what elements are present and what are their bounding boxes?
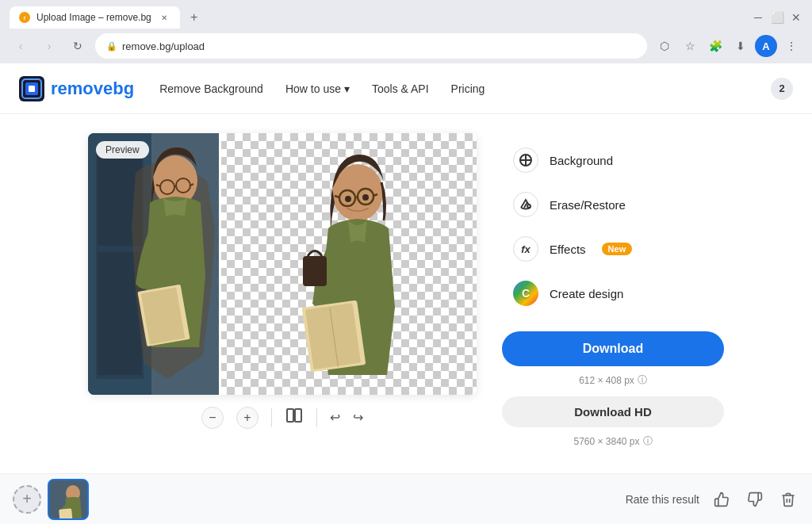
tab-favicon: r: [19, 12, 30, 23]
tab-close-button[interactable]: ✕: [158, 11, 170, 24]
add-image-button[interactable]: +: [13, 485, 41, 514]
svg-rect-23: [305, 303, 361, 369]
image-thumbnail[interactable]: [48, 479, 89, 520]
hd-info-icon: ⓘ: [643, 434, 653, 448]
original-image: [88, 133, 219, 395]
browser-chrome: r Upload Image – remove.bg ✕ + ─ ⬜ ✕ ‹ ›…: [0, 0, 812, 63]
window-controls: ─ ⬜ ✕: [752, 11, 802, 24]
svg-rect-5: [29, 86, 35, 92]
browser-tab[interactable]: r Upload Image – remove.bg ✕: [10, 6, 180, 29]
back-button[interactable]: ‹: [10, 35, 32, 57]
erase-restore-tool-label: Erase/Restore: [550, 198, 626, 212]
svg-point-33: [362, 194, 369, 201]
undo-button[interactable]: ↩: [330, 410, 340, 425]
controls-separator-2: [316, 408, 317, 427]
profile-button[interactable]: A: [755, 35, 777, 57]
transparent-image: [219, 141, 477, 395]
erase-restore-tool-item[interactable]: Erase/Restore: [502, 184, 724, 225]
main-content: Preview: [0, 114, 812, 473]
site-nav: removebg Remove Background How to use ▾ …: [0, 63, 812, 114]
page: removebg Remove Background How to use ▾ …: [0, 63, 812, 524]
nav-tools-api[interactable]: Tools & API: [372, 82, 429, 95]
background-tool-label: Background: [550, 154, 613, 167]
logo-icon: [19, 76, 44, 101]
download-hd-button[interactable]: Download HD: [502, 396, 724, 427]
zoom-out-button[interactable]: −: [201, 407, 224, 429]
download-manager-button[interactable]: ⬇: [730, 35, 752, 57]
svg-point-32: [345, 196, 351, 202]
background-tool-item[interactable]: Background: [502, 140, 724, 181]
right-panel: Background Erase/Restore fx: [502, 133, 724, 448]
controls-separator: [271, 408, 272, 427]
effects-tool-item[interactable]: fx Effects New: [502, 228, 724, 270]
rate-label: Rate this result: [626, 493, 699, 506]
thumbs-down-button[interactable]: [744, 488, 766, 511]
extensions-button[interactable]: 🧩: [704, 35, 726, 57]
create-design-tool-icon: C: [513, 281, 538, 306]
address-bar[interactable]: 🔒 remove.bg/upload: [95, 33, 647, 59]
thumbnail-image: [49, 480, 89, 520]
svg-rect-35: [287, 409, 293, 422]
preview-divider: [219, 133, 221, 395]
thumbs-up-button[interactable]: [710, 488, 733, 511]
create-design-tool-item[interactable]: C Create design: [502, 273, 724, 314]
nav-how-to-use[interactable]: How to use ▾: [285, 82, 350, 95]
forward-button[interactable]: ›: [38, 35, 60, 57]
browser-toolbar: ‹ › ↻ 🔒 remove.bg/upload ⬡ ☆ 🧩 ⬇ A ⋮: [0, 29, 812, 63]
background-tool-icon: [513, 147, 538, 173]
zoom-in-button[interactable]: +: [236, 407, 259, 429]
toolbar-actions: ⬡ ☆ 🧩 ⬇ A ⋮: [653, 35, 802, 57]
tab-title: Upload Image – remove.bg: [36, 12, 151, 23]
new-tab-button[interactable]: +: [183, 6, 205, 29]
download-button[interactable]: Download: [502, 331, 724, 366]
image-original-side: [88, 133, 219, 395]
nav-remove-background[interactable]: Remove Background: [159, 82, 263, 95]
notification-badge[interactable]: 2: [771, 78, 793, 100]
download-size-info: 612 × 408 px ⓘ: [502, 373, 724, 387]
close-window-button[interactable]: ✕: [790, 11, 802, 24]
bottom-bar: + Rate this result: [0, 473, 812, 524]
download-hd-size-info: 5760 × 3840 px ⓘ: [502, 434, 724, 448]
browser-titlebar: r Upload Image – remove.bg ✕ + ─ ⬜ ✕: [0, 0, 812, 29]
bookmark-button[interactable]: ☆: [679, 35, 701, 57]
cast-button[interactable]: ⬡: [653, 35, 676, 57]
preview-badge: Preview: [96, 141, 149, 159]
menu-button[interactable]: ⋮: [780, 35, 802, 57]
image-controls: − + ↩ ↪: [88, 406, 477, 429]
security-lock-icon: 🔒: [106, 41, 117, 52]
svg-rect-36: [295, 409, 301, 422]
redo-button[interactable]: ↪: [353, 410, 363, 425]
site-logo[interactable]: removebg: [19, 76, 134, 101]
compare-button[interactable]: [285, 406, 304, 429]
logo-text: removebg: [51, 78, 134, 99]
delete-button[interactable]: [777, 488, 799, 511]
reload-button[interactable]: ↻: [67, 35, 89, 57]
effects-tool-label: Effects: [550, 243, 586, 256]
svg-point-40: [527, 205, 530, 208]
effects-tool-icon: fx: [513, 236, 538, 262]
minimize-button[interactable]: ─: [752, 11, 764, 24]
nav-links: Remove Background How to use ▾ Tools & A…: [159, 82, 485, 95]
new-badge: New: [602, 243, 633, 255]
image-canvas: Preview: [88, 133, 477, 395]
rate-section: Rate this result: [626, 488, 799, 511]
svg-rect-43: [59, 508, 73, 520]
image-editor: Preview: [88, 133, 477, 429]
svg-rect-34: [303, 256, 327, 286]
maximize-button[interactable]: ⬜: [771, 11, 783, 24]
image-transparent-side: [219, 133, 477, 395]
nav-pricing[interactable]: Pricing: [451, 82, 485, 95]
url-text: remove.bg/upload: [122, 40, 205, 52]
create-design-tool-label: Create design: [550, 287, 623, 300]
svg-text:r: r: [24, 15, 26, 21]
info-icon: ⓘ: [638, 373, 647, 387]
erase-restore-tool-icon: [513, 192, 538, 217]
